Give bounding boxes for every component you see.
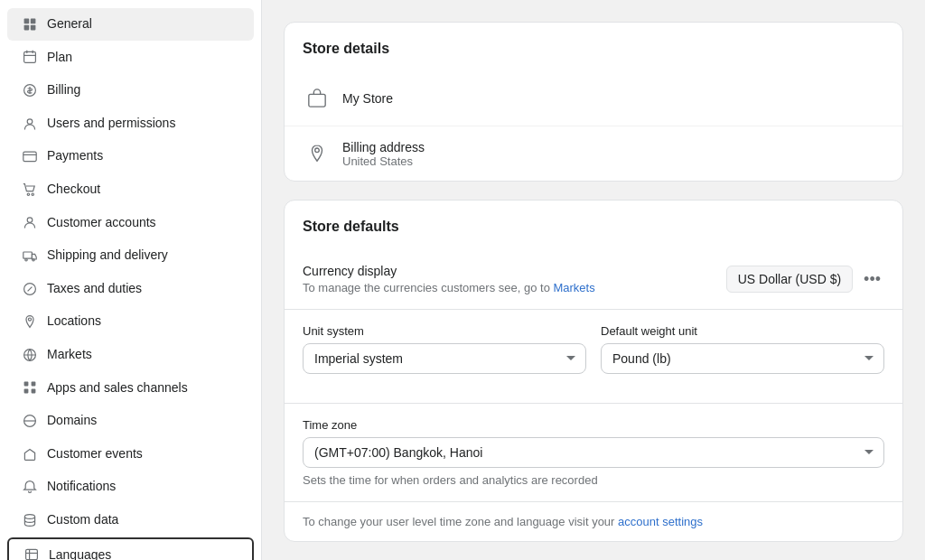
main-content: Store details My Store Billing address U… xyxy=(262,0,925,560)
sidebar-item-apps-label: Apps and sales channels xyxy=(47,379,239,397)
sidebar-item-markets[interactable]: Markets xyxy=(7,339,254,371)
svg-point-27 xyxy=(24,514,34,518)
unit-system-label: Unit system xyxy=(303,324,586,338)
sidebar-item-domains-label: Domains xyxy=(47,412,239,430)
sidebar-item-languages[interactable]: Languages xyxy=(7,537,254,561)
svg-rect-11 xyxy=(23,152,36,161)
weight-unit-group: Default weight unit Pound (lb) Kilogram … xyxy=(601,324,884,374)
time-zone-hint: Sets the time for when orders and analyt… xyxy=(303,473,884,487)
sidebar-item-domains[interactable]: Domains xyxy=(7,405,254,437)
events-icon xyxy=(22,446,38,462)
currency-more-button[interactable]: ••• xyxy=(860,267,884,291)
sidebar-item-checkout-label: Checkout xyxy=(47,181,239,199)
billing-address-label: Billing address xyxy=(342,140,884,154)
sidebar-item-shipping-and-delivery[interactable]: Shipping and delivery xyxy=(7,239,254,272)
sidebar-item-general-label: General xyxy=(47,15,239,33)
person-icon xyxy=(22,214,38,230)
svg-point-10 xyxy=(27,118,33,124)
currency-display-row: Currency display To manage the currencie… xyxy=(285,249,902,310)
payments-icon xyxy=(22,148,38,164)
sidebar-item-shipping-label: Shipping and delivery xyxy=(47,247,239,265)
currency-display-label: Currency display xyxy=(303,264,595,278)
account-note: To change your user level time zone and … xyxy=(285,502,902,541)
bell-icon xyxy=(22,479,38,495)
weight-unit-label: Default weight unit xyxy=(601,324,884,338)
sidebar-item-apps-and-sales-channels[interactable]: Apps and sales channels xyxy=(7,372,254,405)
billing-country: United States xyxy=(342,154,884,168)
billing-address-row: Billing address United States xyxy=(285,126,902,181)
store-icon xyxy=(303,84,332,113)
sidebar-item-users-and-permissions[interactable]: Users and permissions xyxy=(7,107,254,140)
svg-point-37 xyxy=(315,148,320,153)
svg-rect-16 xyxy=(23,252,33,258)
svg-point-17 xyxy=(25,259,27,261)
svg-point-20 xyxy=(28,318,31,321)
svg-rect-3 xyxy=(31,25,36,31)
truck-icon xyxy=(22,247,38,264)
sidebar-item-customer-accounts[interactable]: Customer accounts xyxy=(7,207,254,239)
sidebar-item-customer-events-label: Customer events xyxy=(47,445,239,463)
data-icon xyxy=(22,512,38,528)
sidebar-item-plan-label: Plan xyxy=(47,49,239,67)
markets-icon xyxy=(22,347,38,363)
sidebar-item-notifications-label: Notifications xyxy=(47,478,239,496)
calendar-icon xyxy=(22,49,38,65)
time-zone-select[interactable]: (GMT+07:00) Bangkok, Hanoi xyxy=(303,437,884,468)
grid-icon xyxy=(22,16,38,33)
svg-rect-24 xyxy=(24,389,29,394)
tax-icon xyxy=(22,281,38,297)
location-icon xyxy=(22,313,38,330)
sidebar-item-locations-label: Locations xyxy=(47,313,239,331)
sidebar-item-customer-accounts-label: Customer accounts xyxy=(47,214,239,232)
svg-point-15 xyxy=(27,218,33,223)
apps-icon xyxy=(22,379,38,396)
cart-icon xyxy=(22,182,38,198)
svg-rect-28 xyxy=(26,550,38,560)
svg-rect-2 xyxy=(24,25,30,31)
unit-weight-row: Unit system Imperial system Metric syste… xyxy=(303,324,884,374)
user-icon xyxy=(22,116,38,132)
currency-value: US Dollar (USD $) xyxy=(726,266,853,293)
sidebar-item-billing[interactable]: Billing xyxy=(7,74,254,107)
time-zone-label: Time zone xyxy=(303,418,884,432)
svg-rect-0 xyxy=(24,18,30,23)
svg-rect-25 xyxy=(32,389,36,394)
svg-point-18 xyxy=(33,259,34,261)
currency-display-desc: To manage the currencies customers see, … xyxy=(303,281,595,294)
sidebar-item-notifications[interactable]: Notifications xyxy=(7,471,254,503)
sidebar-item-taxes-and-duties[interactable]: Taxes and duties xyxy=(7,273,254,305)
sidebar-item-checkout[interactable]: Checkout xyxy=(7,173,254,206)
store-name-row: My Store xyxy=(285,71,902,126)
unit-system-select[interactable]: Imperial system Metric system xyxy=(303,343,586,374)
lang-icon xyxy=(23,546,40,560)
sidebar-item-custom-data[interactable]: Custom data xyxy=(7,504,254,537)
sidebar-item-customer-events[interactable]: Customer events xyxy=(7,438,254,471)
svg-rect-4 xyxy=(24,52,36,63)
sidebar-item-markets-label: Markets xyxy=(47,346,239,364)
sidebar-item-custom-data-label: Custom data xyxy=(47,511,239,529)
sidebar-item-users-label: Users and permissions xyxy=(47,115,239,133)
weight-unit-select[interactable]: Pound (lb) Kilogram (kg) Gram (g) Ounce … xyxy=(601,343,884,374)
svg-point-13 xyxy=(27,193,29,195)
domain-icon xyxy=(22,413,38,429)
billing-location-icon xyxy=(303,139,332,168)
sidebar-item-languages-label: Languages xyxy=(49,546,238,561)
sidebar-item-general[interactable]: General xyxy=(7,8,254,41)
svg-point-14 xyxy=(32,193,33,195)
sidebar: General Plan Billing Users and permissio… xyxy=(0,0,262,560)
account-settings-link[interactable]: account settings xyxy=(618,515,703,528)
store-details-card: Store details My Store Billing address U… xyxy=(284,22,903,182)
svg-rect-22 xyxy=(24,382,29,387)
sidebar-item-locations[interactable]: Locations xyxy=(7,305,254,338)
svg-rect-36 xyxy=(309,94,325,107)
sidebar-item-payments[interactable]: Payments xyxy=(7,140,254,173)
unit-system-section: Unit system Imperial system Metric syste… xyxy=(285,310,902,404)
time-zone-section: Time zone (GMT+07:00) Bangkok, Hanoi Set… xyxy=(285,404,902,502)
svg-rect-23 xyxy=(32,382,36,387)
markets-link[interactable]: Markets xyxy=(553,281,594,294)
sidebar-item-plan[interactable]: Plan xyxy=(7,42,254,74)
svg-rect-1 xyxy=(31,18,36,23)
sidebar-item-taxes-label: Taxes and duties xyxy=(47,280,239,298)
sidebar-item-payments-label: Payments xyxy=(47,147,239,165)
dollar-icon xyxy=(22,82,38,98)
